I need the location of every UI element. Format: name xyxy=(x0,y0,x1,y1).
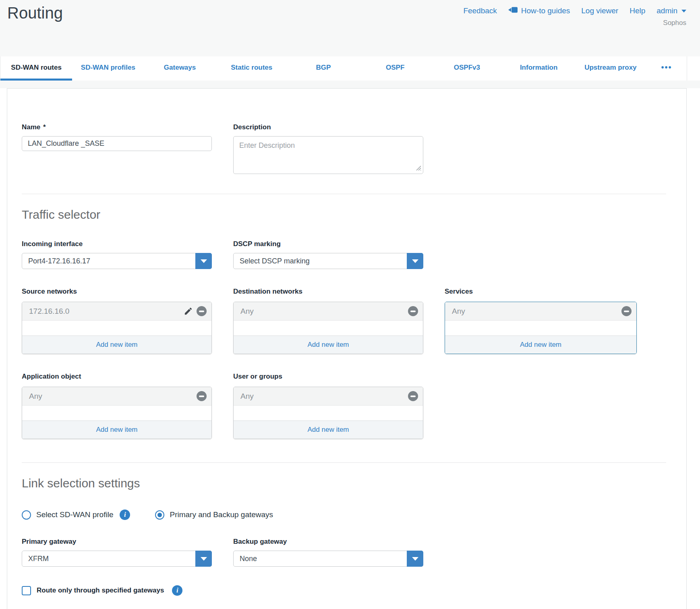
gateway-labels: Primary gateway Backup gateway xyxy=(22,538,665,551)
chevron-down-icon xyxy=(201,259,207,263)
backup-gateway-label: Backup gateway xyxy=(233,538,423,546)
description-label: Description xyxy=(233,123,423,131)
list-item: Any xyxy=(22,387,211,406)
header-links: Feedback How-to guides Log viewer Help a… xyxy=(463,6,686,15)
dscp-marking-label: DSCP marking xyxy=(233,240,423,248)
add-new-item-button[interactable]: Add new item xyxy=(234,420,423,439)
remove-minus-icon[interactable] xyxy=(408,306,418,316)
networks-labels: Source networks Destination networks Ser… xyxy=(22,288,665,300)
header-right: Feedback How-to guides Log viewer Help a… xyxy=(463,4,686,27)
primary-gateway-label: Primary gateway xyxy=(22,538,212,546)
info-icon[interactable]: i xyxy=(172,585,182,596)
tab-gateways[interactable]: Gateways xyxy=(144,56,215,81)
howto-guides-link[interactable]: How-to guides xyxy=(508,6,570,15)
tab-sd-wan-routes[interactable]: SD-WAN routes xyxy=(0,56,72,81)
source-networks-box: 172.16.16.0 Add new item xyxy=(22,302,212,354)
tab-bgp[interactable]: BGP xyxy=(288,56,359,81)
chevron-down-icon xyxy=(412,259,418,263)
tab-upstream-proxy[interactable]: Upstream proxy xyxy=(575,56,646,81)
tab-sd-wan-profiles[interactable]: SD-WAN profiles xyxy=(72,56,144,81)
remove-minus-icon[interactable] xyxy=(621,306,632,316)
help-link[interactable]: Help xyxy=(630,6,645,15)
user-or-groups-label: User or groups xyxy=(233,373,423,381)
gateway-selects-row: XFRM None xyxy=(22,551,665,567)
name-field-group: Name * xyxy=(22,123,212,176)
tab-ospfv3[interactable]: OSPFv3 xyxy=(431,56,503,81)
list-item: Any xyxy=(445,302,636,321)
page-header: Routing Feedback How-to guides Log viewe… xyxy=(0,0,700,56)
page-title: Routing xyxy=(7,4,63,22)
application-object-box: Any Add new item xyxy=(22,387,212,439)
radio-primary-backup-gateways[interactable]: Primary and Backup gateways xyxy=(155,510,273,520)
name-description-row: Name * Description xyxy=(22,123,665,176)
brand-label: Sophos xyxy=(663,19,686,27)
primary-gateway-select[interactable]: XFRM xyxy=(22,551,212,567)
incoming-interface-select[interactable]: Port4-172.16.16.17 xyxy=(22,253,212,269)
backup-gateway-select[interactable]: None xyxy=(233,551,423,567)
empty-area xyxy=(22,321,211,336)
tab-more-menu[interactable]: ••• xyxy=(646,56,687,81)
routing-page: Routing Feedback How-to guides Log viewe… xyxy=(0,0,700,609)
list-item: 172.16.16.0 xyxy=(22,302,211,321)
app-user-boxes-row: Any Add new item Any Add new item xyxy=(22,387,665,439)
application-object-label: Application object xyxy=(22,373,212,381)
description-textarea[interactable] xyxy=(233,136,423,174)
feedback-link[interactable]: Feedback xyxy=(463,6,497,15)
chevron-down-icon xyxy=(201,557,207,561)
tab-ospf[interactable]: OSPF xyxy=(359,56,431,81)
remove-minus-icon[interactable] xyxy=(197,391,207,401)
sd-wan-route-form: Name * Description Traffic sel xyxy=(7,88,687,609)
route-only-row: Route only through specified gateways i xyxy=(22,585,665,596)
video-camera-icon xyxy=(508,6,518,15)
networks-boxes-row: 172.16.16.0 Add new item xyxy=(22,302,665,354)
radio-unchecked-icon[interactable] xyxy=(22,510,31,520)
incoming-interface-label: Incoming interface xyxy=(22,240,212,248)
tab-bar: SD-WAN routes SD-WAN profiles Gateways S… xyxy=(0,56,687,81)
tab-information[interactable]: Information xyxy=(503,56,575,81)
remove-minus-icon[interactable] xyxy=(408,391,418,401)
add-new-item-button[interactable]: Add new item xyxy=(234,336,423,354)
radio-select-sd-wan-profile[interactable]: Select SD-WAN profile i xyxy=(22,510,130,520)
log-viewer-link[interactable]: Log viewer xyxy=(581,6,618,15)
dropdown-button[interactable] xyxy=(407,551,423,567)
chevron-down-icon xyxy=(412,557,418,561)
route-only-label: Route only through specified gateways xyxy=(37,586,164,594)
link-selection-heading: Link selection settings xyxy=(22,476,665,490)
chevron-down-icon xyxy=(681,10,686,12)
empty-area xyxy=(234,321,423,336)
empty-area xyxy=(22,406,211,420)
tab-static-routes[interactable]: Static routes xyxy=(216,56,288,81)
dropdown-button[interactable] xyxy=(195,551,212,567)
interface-dscp-labels: Incoming interface DSCP marking xyxy=(22,240,665,253)
edit-pencil-icon[interactable] xyxy=(184,307,193,316)
dropdown-button[interactable] xyxy=(195,253,212,269)
add-new-item-button[interactable]: Add new item xyxy=(22,336,211,354)
route-only-checkbox[interactable] xyxy=(22,586,31,595)
required-asterisk: * xyxy=(43,123,46,131)
user-or-groups-box: Any Add new item xyxy=(233,387,423,439)
services-label: Services xyxy=(445,288,637,296)
remove-minus-icon[interactable] xyxy=(197,306,207,316)
dropdown-button[interactable] xyxy=(407,253,423,269)
empty-area xyxy=(445,321,636,336)
services-box: Any Add new item xyxy=(445,302,637,354)
spacer xyxy=(0,81,700,88)
source-networks-label: Source networks xyxy=(22,288,212,296)
radio-checked-icon[interactable] xyxy=(155,510,164,520)
dscp-marking-select[interactable]: Select DSCP marking xyxy=(233,253,423,269)
info-icon[interactable]: i xyxy=(120,510,130,520)
divider xyxy=(22,194,666,194)
link-selection-radios: Select SD-WAN profile i Primary and Back… xyxy=(22,510,665,520)
app-user-labels: Application object User or groups xyxy=(22,373,665,385)
interface-dscp-row: Port4-172.16.16.17 Select DSCP marking xyxy=(22,253,665,269)
list-item: Any xyxy=(234,302,423,321)
destination-networks-label: Destination networks xyxy=(233,288,423,296)
admin-menu[interactable]: admin xyxy=(657,6,686,15)
name-input[interactable] xyxy=(22,136,212,151)
destination-networks-box: Any Add new item xyxy=(233,302,423,354)
add-new-item-button[interactable]: Add new item xyxy=(445,336,636,354)
add-new-item-button[interactable]: Add new item xyxy=(22,420,211,439)
traffic-selector-heading: Traffic selector xyxy=(22,208,665,222)
description-field-group: Description xyxy=(233,123,423,176)
empty-area xyxy=(234,406,423,420)
